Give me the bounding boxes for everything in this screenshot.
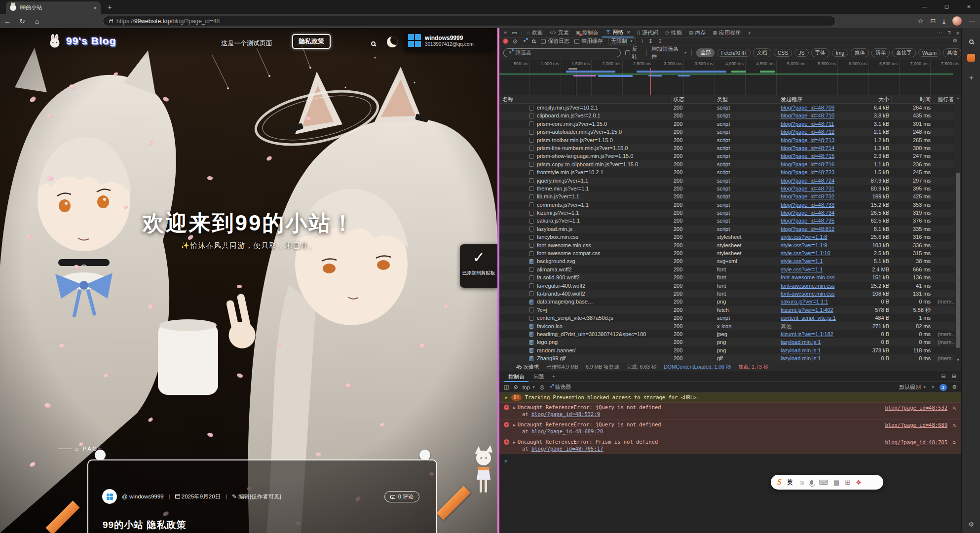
address-bar[interactable]: https://99website.top/blog/?page_id=48 bbox=[103, 16, 836, 26]
request-name[interactable]: lib.min.js?ver=1.1 bbox=[537, 192, 667, 200]
col-type[interactable]: 类型 bbox=[717, 95, 728, 104]
tab-issues[interactable]: 问题 bbox=[529, 371, 548, 382]
request-name[interactable]: kizumi.js?ver=1.1 bbox=[537, 209, 667, 217]
expand-icon[interactable]: ▶ bbox=[505, 395, 508, 400]
tab-console[interactable]: 控制台 bbox=[504, 371, 528, 382]
network-request-row[interactable]: ?c=j200fetchkizumi.js?ver=1.1:402578 B5.… bbox=[499, 306, 961, 314]
expand-icon[interactable]: ▶ bbox=[513, 440, 516, 445]
request-initiator[interactable]: blog/?page_id=48:710 bbox=[781, 112, 849, 119]
request-initiator[interactable]: blog/?page_id=48:735 bbox=[781, 217, 849, 225]
request-initiator[interactable]: blog/?page_id=48:709 bbox=[781, 104, 849, 112]
request-name[interactable]: background.svg bbox=[537, 257, 667, 265]
filter-chip[interactable]: JS bbox=[794, 49, 808, 57]
request-name[interactable]: random-banner/ bbox=[537, 346, 667, 354]
request-initiator[interactable]: sakura.js?ver=1.1:1 bbox=[781, 298, 849, 305]
expand-panel-icon[interactable]: ⊞ bbox=[952, 373, 956, 380]
more-menu-icon[interactable]: ⋯ bbox=[969, 17, 975, 25]
request-name[interactable]: comments.js?ver=1.1 bbox=[537, 201, 667, 209]
network-request-row[interactable]: prism-show-language.min.js?ver=1.15.0200… bbox=[499, 152, 961, 160]
request-name[interactable]: prism-core.min.js?ver=1.15.0 bbox=[537, 120, 667, 128]
request-name[interactable]: frontstyle.min.js?ver=10.2.1 bbox=[537, 168, 667, 176]
console-warning[interactable]: ▶ 64 Tracking Prevention blocked access … bbox=[499, 393, 961, 402]
error-search-icon[interactable] bbox=[952, 423, 956, 428]
network-request-row[interactable]: Zhang99.gif200giflazyload.min.js:10 B0 m… bbox=[499, 354, 961, 362]
request-initiator[interactable]: blog/?page_id=48:716 bbox=[781, 160, 849, 168]
network-settings-gear-icon[interactable]: ⚙ bbox=[952, 38, 957, 44]
network-request-row[interactable]: theme.min.js?ver=1.1200scriptblog/?page_… bbox=[499, 185, 961, 192]
request-name[interactable]: fa-solid-900.woff2 bbox=[537, 273, 667, 281]
stack-frame-link[interactable]: blog/?page_id=48:532:9 bbox=[531, 411, 600, 417]
table-scrollbar[interactable]: ▲ ▼ bbox=[955, 95, 961, 363]
devtools-tab-welcome[interactable]: ⌂欢迎 bbox=[524, 28, 546, 38]
request-initiator[interactable]: kizumi.js?ver=1.1:182 bbox=[781, 330, 849, 338]
network-request-row[interactable]: clipboard.min.js?ver=2.0.1200scriptblog/… bbox=[499, 112, 961, 119]
scroll-down-icon[interactable]: ▼ bbox=[955, 358, 961, 362]
devtools-tab-elements[interactable]: </>元素 bbox=[546, 28, 572, 38]
devtools-tab-network[interactable]: 网络× bbox=[602, 28, 634, 38]
expand-icon[interactable]: ▶ bbox=[513, 406, 516, 410]
devtools-help-icon[interactable]: ? bbox=[947, 30, 950, 36]
disable-cache-checkbox[interactable]: 禁用缓存 bbox=[574, 38, 603, 45]
stack-frame-link[interactable]: blog/?page_id=48:705:17 bbox=[531, 446, 603, 452]
more-filters-dropdown[interactable]: 增加筛选条件▼ bbox=[651, 45, 687, 60]
request-name[interactable]: alimama.woff2 bbox=[537, 266, 667, 273]
devtools-more-icon[interactable]: ⋯ bbox=[937, 30, 942, 36]
tab-close-icon[interactable]: × bbox=[94, 5, 97, 11]
console-filter-input[interactable]: ▼筛选器 bbox=[549, 383, 571, 391]
filter-chip[interactable]: 媒体 bbox=[851, 48, 869, 57]
request-name[interactable]: fa-regular-400.woff2 bbox=[537, 282, 667, 290]
dark-mode-toggle[interactable] bbox=[387, 37, 398, 47]
request-initiator[interactable]: blog/?page_id=48:734 bbox=[781, 209, 849, 217]
ime-skin-icon[interactable]: ❖ bbox=[856, 479, 862, 486]
col-time[interactable]: 时间 bbox=[892, 95, 931, 104]
ime-keyboard-icon[interactable]: ⌨ bbox=[819, 479, 828, 486]
ime-mic-icon[interactable] bbox=[810, 480, 813, 485]
preserve-log-checkbox[interactable]: 保留日志 bbox=[541, 38, 569, 45]
request-initiator[interactable]: kizumi.js?ver=1.1:402 bbox=[781, 306, 849, 314]
error-source-link[interactable]: blog/?page_id=48:689 bbox=[885, 422, 947, 428]
request-name[interactable]: jquery.min.js?ver=1.1 bbox=[537, 177, 667, 185]
minimize-button[interactable]: — bbox=[913, 0, 936, 14]
network-request-row[interactable]: comments.js?ver=1.1200scriptblog/?page_i… bbox=[499, 201, 961, 209]
console-gear-icon[interactable]: ⚙ bbox=[952, 384, 957, 390]
search-icon[interactable] bbox=[371, 39, 376, 48]
console-settings-chevron[interactable]: ▼ bbox=[931, 385, 935, 389]
request-initiator[interactable]: blog/?page_id=48:715 bbox=[781, 152, 849, 160]
frame-context-select[interactable]: top▼ bbox=[523, 384, 535, 390]
export-har-icon[interactable]: ↧ bbox=[658, 38, 662, 44]
network-request-row[interactable]: fa-regular-400.woff2200fontfont-awesome.… bbox=[499, 282, 961, 290]
filter-chip[interactable]: Wasm bbox=[918, 49, 941, 57]
devtools-tab-performance[interactable]: ◷性能 bbox=[662, 28, 685, 38]
sidebar-settings-gear-icon[interactable]: ⚙ bbox=[962, 521, 980, 528]
request-name[interactable]: prism-autoloader.min.js?ver=1.15.0 bbox=[537, 128, 667, 136]
dock-panel-icon[interactable]: ⊟ bbox=[942, 373, 946, 380]
request-initiator[interactable]: font-awesome.min.css bbox=[781, 282, 849, 290]
back-button[interactable]: ← bbox=[0, 17, 15, 25]
col-initiator[interactable]: 发起程序 bbox=[781, 95, 802, 104]
network-overview[interactable]: 500 ms1,000 ms1,500 ms2,000 ms2,500 ms3,… bbox=[499, 60, 961, 95]
filter-chip[interactable]: 字体 bbox=[811, 48, 829, 57]
network-request-row[interactable]: sakura.js?ver=1.1200scriptblog/?page_id=… bbox=[499, 217, 961, 225]
scrollbar-thumb[interactable] bbox=[956, 173, 960, 348]
refresh-button[interactable]: ↻ bbox=[15, 17, 30, 25]
download-icon[interactable]: ⤓ bbox=[942, 17, 945, 25]
issues-badge[interactable]: 3 bbox=[940, 384, 947, 391]
request-initiator[interactable]: blog/?page_id=48:714 bbox=[781, 144, 849, 152]
request-name[interactable]: fa-brands-400.woff2 bbox=[537, 290, 667, 298]
col-size[interactable]: 大小 bbox=[851, 95, 889, 104]
error-source-link[interactable]: blog/?page_id=48:532 bbox=[885, 405, 947, 411]
request-name[interactable]: prism-show-language.min.js?ver=1.15.0 bbox=[537, 152, 667, 160]
console-error[interactable]: ×▶Uncaught ReferenceError: jQuery is not… bbox=[499, 419, 961, 437]
request-initiator[interactable]: blog/?page_id=48:723 bbox=[781, 168, 849, 176]
error-source-link[interactable]: blog/?page_id=48:705 bbox=[885, 439, 947, 445]
network-request-row[interactable]: prism-line-numbers.min.js?ver=1.15.0200s… bbox=[499, 144, 961, 152]
error-search-icon[interactable] bbox=[952, 406, 956, 411]
filter-chip[interactable]: CSS bbox=[774, 49, 792, 57]
request-name[interactable]: headimg_dl?dst_uin=3013907412&spec=100 bbox=[537, 330, 667, 338]
devtools-close-icon[interactable]: × bbox=[956, 30, 959, 36]
request-initiator[interactable]: blog/?page_id=48:712 bbox=[781, 128, 849, 136]
filter-toggle-icon[interactable]: ▼ bbox=[523, 39, 527, 43]
comments-button[interactable]: 0 评论 bbox=[384, 491, 419, 502]
col-status[interactable]: 状态 bbox=[674, 95, 684, 104]
search-requests-icon[interactable] bbox=[531, 38, 536, 44]
